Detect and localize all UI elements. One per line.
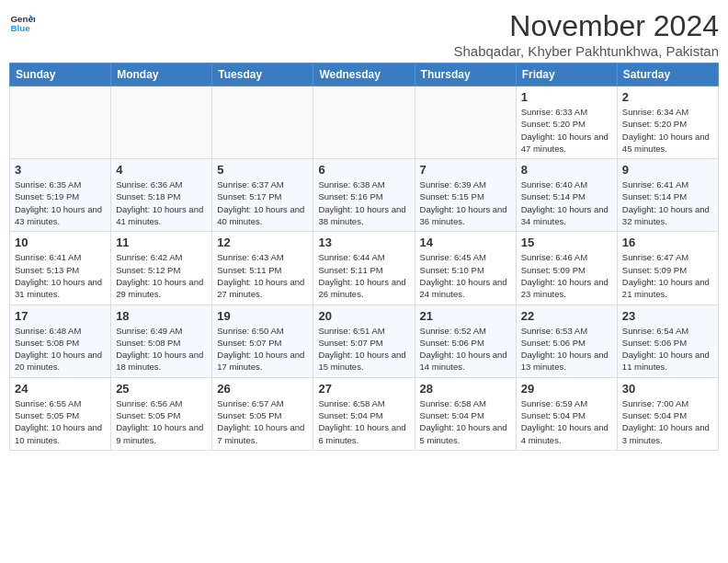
day-number: 14 (420, 236, 511, 249)
day-number: 5 (217, 163, 308, 177)
calendar-table: SundayMondayTuesdayWednesdayThursdayFrid… (9, 63, 719, 451)
calendar-cell (415, 86, 516, 159)
calendar-cell: 7Sunrise: 6:39 AMSunset: 5:15 PMDaylight… (415, 159, 516, 232)
day-info: Sunrise: 6:52 AMSunset: 5:06 PMDaylight:… (420, 325, 511, 373)
day-number: 12 (217, 236, 308, 249)
calendar-cell: 11Sunrise: 6:42 AMSunset: 5:12 PMDayligh… (111, 232, 212, 304)
day-number: 20 (318, 309, 409, 323)
calendar-cell: 26Sunrise: 6:57 AMSunset: 5:05 PMDayligh… (212, 377, 313, 450)
day-number: 3 (15, 163, 106, 177)
calendar-cell: 27Sunrise: 6:58 AMSunset: 5:04 PMDayligh… (313, 377, 415, 450)
calendar-header-row: SundayMondayTuesdayWednesdayThursdayFrid… (10, 63, 719, 86)
day-number: 9 (622, 163, 713, 177)
calendar-cell (313, 86, 415, 159)
calendar-cell: 6Sunrise: 6:38 AMSunset: 5:16 PMDaylight… (313, 159, 415, 232)
day-info: Sunrise: 6:58 AMSunset: 5:04 PMDaylight:… (318, 397, 409, 446)
calendar-cell: 8Sunrise: 6:40 AMSunset: 5:14 PMDaylight… (516, 159, 617, 232)
svg-text:Blue: Blue (10, 23, 30, 33)
day-number: 1 (521, 90, 612, 104)
day-info: Sunrise: 6:50 AMSunset: 5:07 PMDaylight:… (217, 325, 308, 373)
day-number: 27 (318, 382, 409, 396)
day-info: Sunrise: 6:38 AMSunset: 5:16 PMDaylight:… (318, 178, 409, 227)
day-info: Sunrise: 6:53 AMSunset: 5:06 PMDaylight:… (521, 325, 612, 373)
calendar-cell: 17Sunrise: 6:48 AMSunset: 5:08 PMDayligh… (10, 304, 111, 377)
calendar-week-5: 24Sunrise: 6:55 AMSunset: 5:05 PMDayligh… (10, 377, 719, 450)
day-info: Sunrise: 6:39 AMSunset: 5:15 PMDaylight:… (420, 178, 511, 227)
calendar-cell: 2Sunrise: 6:34 AMSunset: 5:20 PMDaylight… (617, 86, 718, 159)
calendar-week-3: 10Sunrise: 6:41 AMSunset: 5:13 PMDayligh… (10, 232, 719, 304)
day-info: Sunrise: 6:36 AMSunset: 5:18 PMDaylight:… (116, 178, 207, 227)
calendar-cell: 15Sunrise: 6:46 AMSunset: 5:09 PMDayligh… (516, 232, 617, 304)
calendar-cell: 1Sunrise: 6:33 AMSunset: 5:20 PMDaylight… (516, 86, 617, 159)
day-number: 30 (622, 382, 713, 396)
calendar-week-2: 3Sunrise: 6:35 AMSunset: 5:19 PMDaylight… (10, 159, 719, 232)
day-number: 26 (217, 382, 308, 396)
day-info: Sunrise: 6:41 AMSunset: 5:13 PMDaylight:… (15, 251, 106, 300)
page-header: General Blue November 2024 Shabqadar, Kh… (9, 9, 719, 59)
day-info: Sunrise: 6:58 AMSunset: 5:04 PMDaylight:… (420, 397, 511, 446)
location: Shabqadar, Khyber Pakhtunkhwa, Pakistan (453, 43, 719, 59)
calendar-week-4: 17Sunrise: 6:48 AMSunset: 5:08 PMDayligh… (10, 304, 719, 377)
calendar-cell: 25Sunrise: 6:56 AMSunset: 5:05 PMDayligh… (111, 377, 212, 450)
day-info: Sunrise: 7:00 AMSunset: 5:04 PMDaylight:… (622, 397, 713, 446)
calendar-cell: 21Sunrise: 6:52 AMSunset: 5:06 PMDayligh… (415, 304, 516, 377)
day-header-friday: Friday (516, 63, 617, 86)
day-info: Sunrise: 6:45 AMSunset: 5:10 PMDaylight:… (420, 251, 511, 300)
calendar-cell: 14Sunrise: 6:45 AMSunset: 5:10 PMDayligh… (415, 232, 516, 304)
calendar-cell: 20Sunrise: 6:51 AMSunset: 5:07 PMDayligh… (313, 304, 415, 377)
day-number: 23 (622, 309, 713, 323)
day-info: Sunrise: 6:57 AMSunset: 5:05 PMDaylight:… (217, 397, 308, 446)
calendar-cell (212, 86, 313, 159)
day-info: Sunrise: 6:40 AMSunset: 5:14 PMDaylight:… (521, 178, 612, 227)
calendar-cell: 30Sunrise: 7:00 AMSunset: 5:04 PMDayligh… (617, 377, 718, 450)
calendar-cell: 4Sunrise: 6:36 AMSunset: 5:18 PMDaylight… (111, 159, 212, 232)
day-number: 4 (116, 163, 207, 177)
calendar-cell: 18Sunrise: 6:49 AMSunset: 5:08 PMDayligh… (111, 304, 212, 377)
calendar-cell: 10Sunrise: 6:41 AMSunset: 5:13 PMDayligh… (10, 232, 111, 304)
calendar-cell: 13Sunrise: 6:44 AMSunset: 5:11 PMDayligh… (313, 232, 415, 304)
day-number: 18 (116, 309, 207, 323)
day-number: 11 (116, 236, 207, 249)
day-number: 10 (15, 236, 106, 249)
day-info: Sunrise: 6:46 AMSunset: 5:09 PMDaylight:… (521, 251, 612, 300)
calendar-cell: 16Sunrise: 6:47 AMSunset: 5:09 PMDayligh… (617, 232, 718, 304)
day-header-monday: Monday (111, 63, 212, 86)
day-number: 17 (15, 309, 106, 323)
day-number: 2 (622, 90, 713, 104)
day-info: Sunrise: 6:59 AMSunset: 5:04 PMDaylight:… (521, 397, 612, 446)
day-info: Sunrise: 6:33 AMSunset: 5:20 PMDaylight:… (521, 106, 612, 155)
day-header-saturday: Saturday (617, 63, 718, 86)
day-number: 8 (521, 163, 612, 177)
day-info: Sunrise: 6:34 AMSunset: 5:20 PMDaylight:… (622, 106, 713, 155)
calendar-cell: 23Sunrise: 6:54 AMSunset: 5:06 PMDayligh… (617, 304, 718, 377)
day-number: 25 (116, 382, 207, 396)
calendar-cell: 28Sunrise: 6:58 AMSunset: 5:04 PMDayligh… (415, 377, 516, 450)
day-header-thursday: Thursday (415, 63, 516, 86)
logo: General Blue (9, 9, 35, 35)
calendar-cell: 19Sunrise: 6:50 AMSunset: 5:07 PMDayligh… (212, 304, 313, 377)
calendar-week-1: 1Sunrise: 6:33 AMSunset: 5:20 PMDaylight… (10, 86, 719, 159)
day-number: 29 (521, 382, 612, 396)
calendar-cell: 12Sunrise: 6:43 AMSunset: 5:11 PMDayligh… (212, 232, 313, 304)
day-number: 13 (318, 236, 409, 249)
day-header-wednesday: Wednesday (313, 63, 415, 86)
day-info: Sunrise: 6:37 AMSunset: 5:17 PMDaylight:… (217, 178, 308, 227)
calendar-cell (111, 86, 212, 159)
day-info: Sunrise: 6:42 AMSunset: 5:12 PMDaylight:… (116, 251, 207, 300)
day-info: Sunrise: 6:35 AMSunset: 5:19 PMDaylight:… (15, 178, 106, 227)
day-number: 21 (420, 309, 511, 323)
month-title: November 2024 (453, 9, 719, 43)
day-number: 6 (318, 163, 409, 177)
calendar-cell: 9Sunrise: 6:41 AMSunset: 5:14 PMDaylight… (617, 159, 718, 232)
day-info: Sunrise: 6:54 AMSunset: 5:06 PMDaylight:… (622, 325, 713, 373)
day-info: Sunrise: 6:56 AMSunset: 5:05 PMDaylight:… (116, 397, 207, 446)
day-info: Sunrise: 6:51 AMSunset: 5:07 PMDaylight:… (318, 325, 409, 373)
day-number: 19 (217, 309, 308, 323)
calendar-cell: 29Sunrise: 6:59 AMSunset: 5:04 PMDayligh… (516, 377, 617, 450)
day-number: 22 (521, 309, 612, 323)
day-number: 15 (521, 236, 612, 249)
day-info: Sunrise: 6:55 AMSunset: 5:05 PMDaylight:… (15, 397, 106, 446)
day-number: 28 (420, 382, 511, 396)
day-info: Sunrise: 6:44 AMSunset: 5:11 PMDaylight:… (318, 251, 409, 300)
day-info: Sunrise: 6:47 AMSunset: 5:09 PMDaylight:… (622, 251, 713, 300)
